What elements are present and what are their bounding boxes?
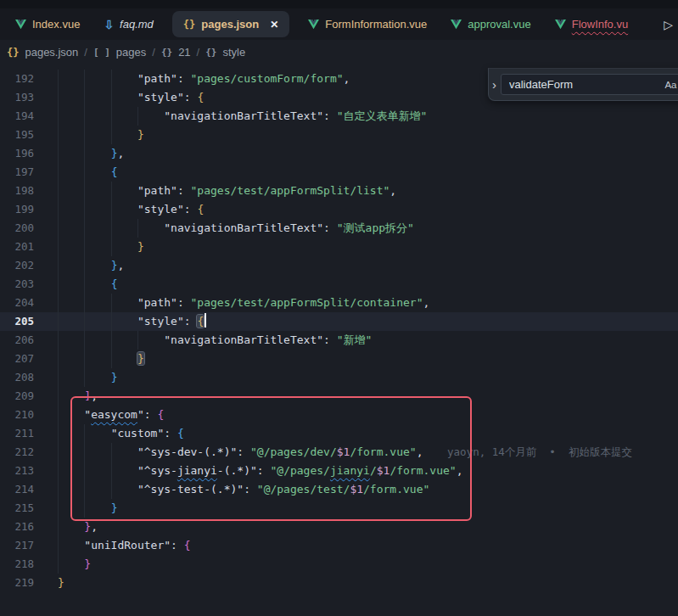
line-number: 202 xyxy=(0,256,34,275)
token-punct xyxy=(58,520,84,533)
indent-guide xyxy=(58,126,59,144)
token-key: -(.*)" xyxy=(217,464,257,477)
token-str: "自定义表单新增" xyxy=(337,109,428,122)
token-b2: ] xyxy=(84,389,91,402)
breadcrumb-separator: / xyxy=(197,46,200,59)
token-b2: { xyxy=(184,539,191,552)
tab-faq-md[interactable]: ⇩faq.md xyxy=(92,8,165,40)
code-line-205[interactable]: 205 "style": { xyxy=(0,312,678,331)
code-content: } xyxy=(34,499,678,518)
code-line-204[interactable]: 204 "path": "pages/test/appFormSplit/con… xyxy=(0,294,678,312)
code-line-219[interactable]: 219} xyxy=(0,574,678,592)
token-str: /form.vue" xyxy=(363,483,429,496)
indent-guide xyxy=(111,350,112,368)
indent-guide xyxy=(84,275,85,294)
token-punct: , xyxy=(389,184,396,197)
code-line-200[interactable]: 200 "navigationBarTitleText": "测试app拆分" xyxy=(0,219,678,238)
code-line-196[interactable]: 196 }, xyxy=(0,144,678,163)
token-key: "navigationBarTitleText" xyxy=(164,333,323,346)
indent-guide xyxy=(58,424,59,443)
close-icon[interactable]: ✕ xyxy=(270,19,278,31)
token-b3: { xyxy=(177,427,184,440)
line-number: 203 xyxy=(0,275,34,294)
tab-index-vue[interactable]: Index.vue xyxy=(3,8,92,40)
code-line-209[interactable]: 209 ], xyxy=(0,387,678,406)
code-line-199[interactable]: 199 "style": { xyxy=(0,200,678,219)
code-line-216[interactable]: 216 }, xyxy=(0,518,678,536)
indent-guide xyxy=(84,182,85,200)
tab-pages-json[interactable]: {}pages.json✕ xyxy=(172,11,289,37)
token-punct xyxy=(58,128,137,141)
line-number: 204 xyxy=(0,294,34,312)
code-line-201[interactable]: 201 } xyxy=(0,238,678,256)
code-content: }, xyxy=(34,256,678,275)
token-punct xyxy=(58,184,137,197)
code-line-202[interactable]: 202 }, xyxy=(0,256,678,275)
tab-forminformation-vue[interactable]: FormInformation.vue xyxy=(296,8,439,40)
breadcrumb-item[interactable]: pages.json xyxy=(25,46,78,59)
indent-guide xyxy=(84,499,85,518)
tab-overflow-chevron-icon[interactable]: ▷ xyxy=(664,18,678,31)
find-query-field[interactable] xyxy=(509,78,658,91)
token-key: "^sys-test-(.*)" xyxy=(137,483,244,496)
token-punct: : xyxy=(184,315,198,328)
indent-guide xyxy=(111,480,112,499)
indent-guide xyxy=(58,294,59,312)
indent-guide xyxy=(84,480,85,499)
indent-guide xyxy=(58,182,59,200)
code-line-203[interactable]: 203 { xyxy=(0,275,678,294)
breadcrumb-item[interactable]: 21 xyxy=(178,46,190,59)
code-line-195[interactable]: 195 } xyxy=(0,126,678,144)
code-line-198[interactable]: 198 "path": "pages/test/appFormSplit/lis… xyxy=(0,182,678,200)
code-line-197[interactable]: 197 { xyxy=(0,163,678,182)
indent-guide xyxy=(58,163,59,182)
code-editor[interactable]: 192 "path": "pages/customForm/form",193 … xyxy=(0,64,678,616)
line-number: 205 xyxy=(0,312,34,331)
code-line-208[interactable]: 208 } xyxy=(0,368,678,387)
token-key: "path" xyxy=(137,72,177,85)
breadcrumb-item[interactable]: style xyxy=(222,46,245,59)
indent-guide xyxy=(84,200,85,219)
token-key: " xyxy=(137,408,144,421)
token-key: "uniIdRouter" xyxy=(84,539,171,552)
find-expand-chevron-icon[interactable]: › xyxy=(492,78,496,91)
token-punct xyxy=(58,464,137,477)
code-content: "^sys-dev-(.*)": "@/pages/dev/$1/form.vu… xyxy=(34,443,678,462)
tab-flowinfo-vu[interactable]: FlowInfo.vu xyxy=(543,8,640,40)
line-number: 197 xyxy=(0,163,34,182)
breadcrumb-item[interactable]: pages xyxy=(116,46,146,59)
find-input[interactable]: Aaab.* xyxy=(501,74,678,95)
indent-guide xyxy=(84,219,85,238)
line-number: 198 xyxy=(0,182,34,200)
code-line-211[interactable]: 211 "custom": { xyxy=(0,424,678,443)
token-punct: : xyxy=(244,483,257,496)
indent-guide xyxy=(58,331,59,350)
code-line-214[interactable]: 214 "^sys-test-(.*)": "@/pages/test/$1/f… xyxy=(0,480,678,499)
indent-guide xyxy=(58,368,59,387)
code-line-194[interactable]: 194 "navigationBarTitleText": "自定义表单新增" xyxy=(0,107,678,126)
code-line-218[interactable]: 218 } xyxy=(0,555,678,574)
code-line-210[interactable]: 210 "easycom": { xyxy=(0,406,678,424)
code-line-215[interactable]: 215 } xyxy=(0,499,678,518)
code-content: "^sys-jianyi-(.*)": "@/pages/jianyi/$1/f… xyxy=(34,462,678,480)
code-line-212[interactable]: 212 "^sys-dev-(.*)": "@/pages/dev/$1/for… xyxy=(0,443,678,462)
markdown-down-icon: ⇩ xyxy=(104,19,114,31)
token-punct: : xyxy=(177,72,191,85)
tab-approval-vue[interactable]: approval.vue xyxy=(439,8,542,40)
code-content: { xyxy=(34,275,678,294)
line-number: 196 xyxy=(0,144,34,163)
code-line-213[interactable]: 213 "^sys-jianyi-(.*)": "@/pages/jianyi/… xyxy=(0,462,678,480)
code-line-217[interactable]: 217 "uniIdRouter": { xyxy=(0,536,678,555)
token-b2: } xyxy=(84,520,91,533)
indent-guide xyxy=(58,219,59,238)
indent-guide xyxy=(84,238,85,256)
match-case-button[interactable]: Aa xyxy=(662,76,678,93)
token-punct: : xyxy=(184,203,198,216)
code-line-206[interactable]: 206 "navigationBarTitleText": "新增" xyxy=(0,331,678,350)
indent-guide xyxy=(84,368,85,387)
tab-label: faq.md xyxy=(120,18,154,31)
token-punct: : xyxy=(323,333,337,346)
line-number: 218 xyxy=(0,555,34,574)
code-line-207[interactable]: 207 } xyxy=(0,350,678,368)
token-b1: } xyxy=(137,240,144,253)
